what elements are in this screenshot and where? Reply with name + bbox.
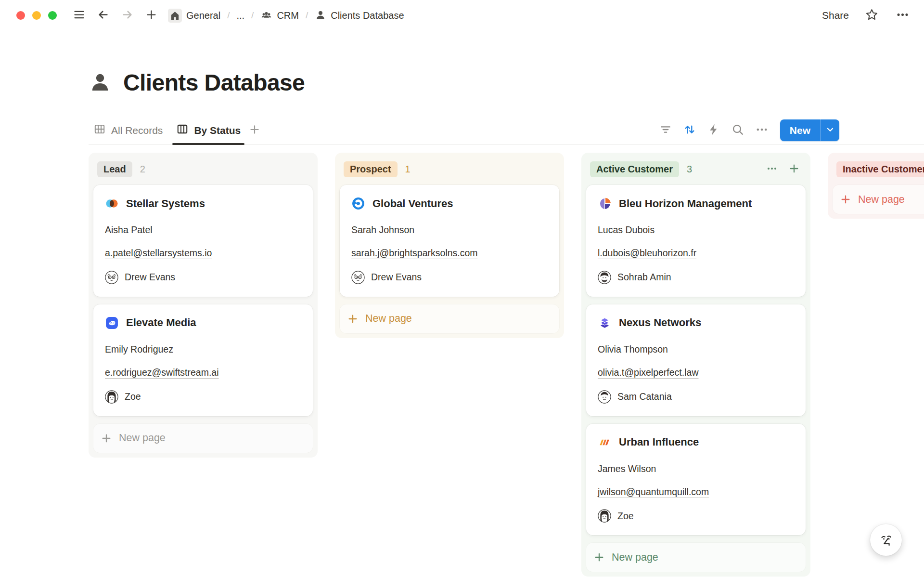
card-elevate-media[interactable]: Elevate MediaEmily Rodrigueze.rodriguez@… [93, 304, 313, 416]
forward-button[interactable] [118, 7, 136, 24]
global-ventures-logo-icon [351, 197, 365, 210]
nexus-networks-logo-icon [598, 316, 612, 330]
column-status-badge[interactable]: Active Customer [590, 161, 679, 177]
board-column-prospect: Prospect1Global VenturesSarah Johnsonsar… [335, 153, 564, 338]
card-owner: Drew Evans [105, 271, 301, 284]
ellipsis-icon [766, 162, 778, 176]
card-contact-name: Sarah Johnson [351, 224, 548, 236]
breadcrumb-label: ... [236, 10, 244, 21]
app-window: General/.../CRM/Clients Database Share C… [0, 0, 924, 577]
column-status-badge[interactable]: Prospect [344, 161, 398, 177]
filter-icon [659, 123, 672, 138]
plus-icon [839, 193, 852, 206]
hamburger-icon [73, 8, 86, 23]
column-status-badge[interactable]: Lead [97, 161, 132, 177]
sidebar-toggle-button[interactable] [70, 7, 88, 24]
arrow-right-icon [121, 8, 134, 23]
card-email-link[interactable]: jwilson@quantumquill.com [598, 486, 709, 497]
titlebar: General/.../CRM/Clients Database Share [0, 0, 924, 31]
column-header: Lead2 [93, 158, 313, 185]
card-urban-influence[interactable]: Urban InfluenceJames Wilsonjwilson@quant… [586, 424, 806, 536]
column-count: 2 [140, 164, 145, 175]
board-view-icon [176, 123, 189, 138]
view-options-button[interactable] [752, 121, 771, 140]
column-add-card-button[interactable] [786, 162, 802, 177]
new-page-button[interactable]: New page [93, 424, 313, 453]
new-page-label: New page [858, 194, 905, 206]
card-owner-name: Zoe [125, 391, 141, 402]
column-header: Prospect1 [340, 158, 559, 185]
card-owner: Zoe [598, 509, 794, 523]
card-company-name: Stellar Systems [126, 197, 205, 210]
card-owner: Drew Evans [351, 271, 548, 284]
tab-by-status[interactable]: By Status [171, 116, 245, 144]
card-email-link[interactable]: l.dubois@bleuhorizon.fr [598, 248, 696, 258]
card-email-link[interactable]: a.patel@stellarsystems.io [105, 248, 212, 258]
card-email-link[interactable]: sarah.j@brightsparksolns.com [351, 248, 478, 258]
automations-button[interactable] [704, 121, 723, 140]
card-stellar-systems[interactable]: Stellar SystemsAisha Patela.patel@stella… [93, 185, 313, 297]
column-header: Active Customer3 [586, 158, 806, 185]
card-company-name: Bleu Horizon Management [619, 197, 752, 210]
home-icon [168, 9, 182, 23]
new-page-button[interactable]: New page [586, 543, 806, 572]
card-owner: Sohrab Amin [598, 271, 794, 284]
card-company-name: Urban Influence [619, 436, 699, 448]
card-contact-name: Lucas Dubois [598, 224, 794, 236]
back-button[interactable] [94, 7, 112, 24]
column-count: 1 [405, 164, 411, 175]
board-column-active-customer: Active Customer3Bleu Horizon ManagementL… [581, 153, 810, 577]
card-owner-name: Zoe [617, 511, 634, 522]
search-button[interactable] [728, 121, 747, 140]
people-icon [260, 10, 272, 22]
card-email-link[interactable]: olivia.t@pixelperfect.law [598, 367, 698, 378]
person-icon[interactable] [89, 71, 112, 94]
card-owner: Sam Catania [598, 390, 794, 404]
views-row: All RecordsBy Status [89, 116, 924, 145]
favorite-button[interactable] [863, 7, 880, 24]
search-icon [731, 123, 744, 138]
share-button[interactable]: Share [822, 10, 849, 21]
page-content: Clients Database All RecordsBy Status [0, 69, 924, 577]
more-options-button[interactable] [894, 7, 911, 24]
breadcrumb-item-clients-database[interactable]: Clients Database [311, 8, 407, 23]
nav-icons [70, 7, 160, 24]
new-page-label: New page [365, 313, 412, 325]
new-record-dropdown-button[interactable] [820, 119, 839, 141]
new-tab-button[interactable] [142, 7, 160, 24]
card-bleu-horizon-management[interactable]: Bleu Horizon ManagementLucas Duboisl.dub… [586, 185, 806, 297]
notion-ai-button[interactable] [870, 524, 902, 556]
card-email-link[interactable]: e.rodriguez@swiftstream.ai [105, 367, 219, 378]
breadcrumb-label: CRM [277, 10, 299, 21]
sort-button[interactable] [680, 121, 699, 140]
arrow-left-icon [97, 8, 110, 23]
avatar-zoe [598, 509, 611, 523]
filter-button[interactable] [656, 121, 675, 140]
column-status-badge[interactable]: Inactive Customer [836, 161, 924, 177]
breadcrumb-item-general[interactable]: General [165, 7, 224, 25]
urban-influence-logo-icon [598, 435, 612, 449]
new-page-button[interactable]: New page [833, 185, 924, 214]
new-page-button[interactable]: New page [340, 304, 559, 333]
breadcrumb-separator: / [251, 10, 254, 21]
add-view-button[interactable] [245, 121, 264, 140]
tab-all-records[interactable]: All Records [89, 116, 167, 144]
card-global-ventures[interactable]: Global VenturesSarah Johnsonsarah.j@brig… [340, 185, 559, 297]
plus-icon [593, 551, 605, 564]
kanban-board: Lead2Stellar SystemsAisha Patela.patel@s… [89, 153, 924, 577]
new-record-button-group: New [780, 119, 839, 141]
page-header: Clients Database [89, 69, 924, 96]
column-actions [764, 162, 802, 177]
window-minimize-button[interactable] [32, 11, 41, 20]
card-nexus-networks[interactable]: Nexus NetworksOlivia Thompsonolivia.t@pi… [586, 304, 806, 416]
window-zoom-button[interactable] [48, 11, 57, 20]
column-more-button[interactable] [764, 162, 780, 177]
breadcrumb-item-collapsed[interactable]: ... [233, 8, 248, 23]
breadcrumb-item-crm[interactable]: CRM [257, 8, 302, 24]
view-tabs: All RecordsBy Status [89, 116, 245, 144]
new-record-button[interactable]: New [780, 119, 820, 141]
lightning-icon [707, 123, 720, 138]
window-close-button[interactable] [16, 11, 25, 20]
breadcrumb-label: General [186, 10, 220, 21]
star-icon [865, 8, 879, 23]
